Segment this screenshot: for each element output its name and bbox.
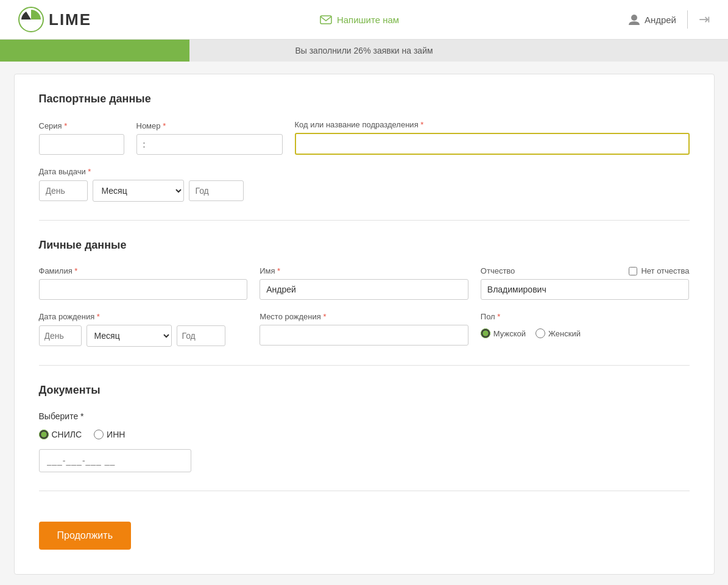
section-divider-1 — [39, 220, 690, 221]
birthplace-input[interactable] — [260, 325, 468, 346]
svg-point-2 — [631, 15, 637, 21]
dob-label: Дата рождения * — [39, 312, 248, 321]
doc-type-radio-row: СНИЛС ИНН — [39, 430, 690, 439]
personal-title: Личные данные — [39, 239, 690, 252]
nomer-group: Номер * — [136, 121, 283, 155]
imya-input[interactable] — [260, 279, 468, 300]
documents-title: Документы — [39, 384, 690, 397]
progress-label: Вы заполнили 26% заявки на займ — [295, 46, 433, 55]
logout-icon[interactable]: ⇥ — [699, 12, 710, 27]
logo-text: LIME — [49, 10, 91, 29]
user-area: Андрей — [627, 13, 676, 26]
logo-area: LIME — [18, 7, 91, 32]
snils-radio[interactable] — [39, 430, 49, 439]
no-patronymic-wrap: Нет отчества — [629, 266, 689, 275]
contact-link[interactable]: Напишите нам — [337, 15, 399, 25]
gender-male-radio[interactable] — [481, 328, 490, 338]
imya-group: Имя * — [260, 266, 468, 300]
user-icon — [627, 13, 641, 26]
birth-row: Дата рождения * Месяц ЯнварьФевральМартА… — [39, 312, 690, 347]
kod-label: Код или название подразделения * — [295, 120, 690, 129]
dob-day-input[interactable] — [39, 325, 82, 346]
header-nav[interactable]: Напишите нам — [91, 15, 627, 25]
inn-radio[interactable] — [94, 430, 104, 439]
gender-female-text: Женский — [548, 329, 581, 338]
gender-group: Пол * Мужской Женский — [481, 312, 690, 338]
birthplace-group: Место рождения * — [260, 312, 468, 346]
gender-radio-group: Мужской Женский — [481, 328, 690, 338]
personal-row-1: Фамилия * Имя * Отчество Нет отчества — [39, 266, 690, 300]
doc-select-label: Выберите * — [39, 411, 84, 421]
otchestvo-label-row: Отчество Нет отчества — [481, 266, 690, 275]
svg-rect-1 — [320, 16, 331, 24]
header: LIME Напишите нам Андрей ⇥ — [0, 0, 728, 40]
section-divider-2 — [39, 365, 690, 366]
nomer-label: Номер * — [136, 121, 283, 130]
dob-month-select[interactable]: Месяц ЯнварьФевральМартАпрель МайИюньИюл… — [87, 325, 172, 347]
otchestvo-label: Отчество — [481, 266, 515, 275]
seria-label: Серия * — [39, 121, 124, 130]
issue-day-input[interactable] — [39, 180, 88, 201]
familiya-group: Фамилия * — [39, 266, 248, 300]
kod-group: Код или название подразделения * — [295, 120, 690, 155]
progress-bar-fill — [0, 40, 189, 62]
passport-section: Паспортные данные Серия * Номер * Код ил… — [39, 93, 690, 202]
familiya-label: Фамилия * — [39, 266, 248, 275]
passport-title: Паспортные данные — [39, 93, 690, 105]
nomer-input[interactable] — [136, 134, 283, 155]
otchestvo-input[interactable] — [481, 279, 690, 300]
header-right: Андрей ⇥ — [627, 10, 710, 29]
no-patronymic-checkbox[interactable] — [629, 267, 637, 275]
gender-female-label[interactable]: Женский — [535, 328, 581, 338]
gender-male-text: Мужской — [493, 329, 526, 338]
documents-section: Документы Выберите * СНИЛС ИНН — [39, 384, 690, 472]
logo-icon — [18, 7, 44, 32]
birthplace-label: Место рождения * — [260, 312, 468, 321]
snils-label[interactable]: СНИЛС — [39, 430, 82, 439]
seria-group: Серия * — [39, 121, 124, 155]
kod-input[interactable] — [295, 133, 690, 155]
doc-type-label-row: Выберите * — [39, 411, 690, 421]
inn-label[interactable]: ИНН — [94, 430, 125, 439]
gender-female-radio[interactable] — [535, 328, 545, 338]
section-divider-3 — [39, 491, 690, 491]
inn-text: ИНН — [107, 430, 125, 439]
dob-group: Дата рождения * Месяц ЯнварьФевральМартА… — [39, 312, 248, 347]
user-name: Андрей — [645, 15, 676, 25]
dob-year-input[interactable] — [177, 325, 225, 346]
issue-date-group: Дата выдачи * Месяц ЯнварьФевральМартАпр… — [39, 167, 244, 202]
progress-bar-wrap: Вы заполнили 26% заявки на займ — [0, 40, 728, 62]
familiya-input[interactable] — [39, 279, 248, 300]
issue-date-label: Дата выдачи * — [39, 167, 244, 176]
submit-button[interactable]: Продолжить — [39, 522, 131, 550]
email-icon — [320, 15, 332, 24]
seria-input[interactable] — [39, 134, 124, 155]
header-divider — [687, 10, 688, 29]
snils-input[interactable] — [39, 449, 191, 472]
snils-input-group — [39, 449, 690, 472]
gender-male-label[interactable]: Мужской — [481, 328, 526, 338]
dob-inputs: Месяц ЯнварьФевральМартАпрель МайИюньИюл… — [39, 325, 248, 347]
personal-section: Личные данные Фамилия * Имя * Отчество — [39, 239, 690, 347]
imya-label: Имя * — [260, 266, 468, 275]
issue-month-select[interactable]: Месяц ЯнварьФевральМартАпрель МайИюньИюл… — [93, 180, 184, 202]
gender-label: Пол * — [481, 312, 690, 321]
snils-text: СНИЛС — [52, 430, 82, 439]
no-patronymic-label: Нет отчества — [641, 266, 689, 275]
issue-year-input[interactable] — [189, 180, 244, 201]
main-content: Паспортные данные Серия * Номер * Код ил… — [14, 74, 715, 575]
passport-row-1: Серия * Номер * Код или название подразд… — [39, 120, 690, 155]
otchestvo-group: Отчество Нет отчества — [481, 266, 690, 300]
issue-date-inputs: Месяц ЯнварьФевральМартАпрель МайИюньИюл… — [39, 180, 244, 202]
passport-date-row: Дата выдачи * Месяц ЯнварьФевральМартАпр… — [39, 167, 690, 202]
